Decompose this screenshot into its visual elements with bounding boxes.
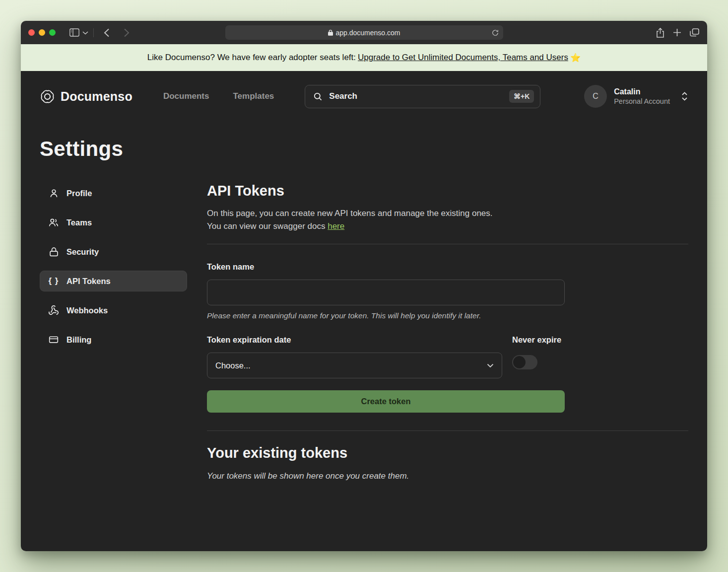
lock-icon xyxy=(328,29,333,36)
braces-icon: { } xyxy=(48,276,59,286)
settings-sidebar: Profile Teams Security { } API Token xyxy=(40,183,187,481)
token-name-input[interactable] xyxy=(207,280,565,305)
zoom-window-button[interactable] xyxy=(49,29,56,36)
search-input[interactable]: Search ⌘+K xyxy=(305,85,540,108)
section-title: API Tokens xyxy=(207,183,688,199)
share-icon[interactable] xyxy=(656,28,664,38)
account-menu[interactable]: C Catalin Personal Account xyxy=(584,85,688,108)
search-placeholder: Search xyxy=(329,91,503,101)
toggle-knob xyxy=(513,356,526,368)
divider xyxy=(207,430,688,431)
sidebar-item-billing[interactable]: Billing xyxy=(40,329,187,350)
back-button[interactable] xyxy=(104,28,110,37)
description-line1: On this page, you can create new API tok… xyxy=(207,209,493,218)
sidebar-item-label: API Tokens xyxy=(66,277,111,286)
chevron-down-icon[interactable] xyxy=(82,31,88,35)
upgrade-link[interactable]: Upgrade to Get Unlimited Documents, Team… xyxy=(358,53,568,63)
expiration-select[interactable]: Choose... xyxy=(207,353,502,378)
banner-text: Like Documenso? We have few early adopte… xyxy=(147,53,356,63)
token-name-label: Token name xyxy=(207,262,688,272)
api-tokens-panel: API Tokens On this page, you can create … xyxy=(207,183,688,481)
credit-card-icon xyxy=(48,335,59,345)
token-name-help: Please enter a meaningful name for your … xyxy=(207,311,688,320)
top-nav: Documents Templates xyxy=(163,91,274,101)
address-bar[interactable]: app.documenso.com xyxy=(225,25,503,40)
expiration-label: Token expiration date xyxy=(207,335,512,345)
existing-tokens-empty-text: Your tokens will be shown here once you … xyxy=(207,471,688,481)
account-name: Catalin xyxy=(614,87,670,97)
app-content: Documenso Documents Templates Search ⌘+K… xyxy=(21,71,707,551)
sidebar-item-label: Profile xyxy=(66,189,92,198)
reload-icon[interactable] xyxy=(492,29,499,36)
user-icon xyxy=(48,188,59,199)
never-expire-label: Never expire xyxy=(512,335,561,345)
avatar: C xyxy=(584,85,607,108)
new-tab-icon[interactable] xyxy=(673,28,681,37)
search-shortcut-badge: ⌘+K xyxy=(509,90,534,103)
browser-window: app.documenso.com Like Documenso? We hav… xyxy=(21,21,707,551)
app-header: Documenso Documents Templates Search ⌘+K… xyxy=(40,84,688,108)
sidebar-item-label: Webhooks xyxy=(66,306,108,315)
users-icon xyxy=(48,217,59,228)
upgrade-banner: Like Documenso? We have few early adopte… xyxy=(21,44,707,71)
section-description: On this page, you can create new API tok… xyxy=(207,207,688,233)
account-type: Personal Account xyxy=(614,97,670,106)
sidebar-item-label: Teams xyxy=(66,218,92,227)
sidebar-item-api-tokens[interactable]: { } API Tokens xyxy=(40,271,187,291)
tab-overview-icon[interactable] xyxy=(690,28,699,37)
brand[interactable]: Documenso xyxy=(40,89,132,104)
swagger-docs-link[interactable]: here xyxy=(328,221,344,231)
never-expire-toggle[interactable] xyxy=(512,355,537,369)
sidebar-item-profile[interactable]: Profile xyxy=(40,183,187,204)
brand-name: Documenso xyxy=(61,89,132,104)
star-icon: ⭐ xyxy=(570,53,581,63)
nav-documents[interactable]: Documents xyxy=(163,91,209,101)
traffic-lights xyxy=(28,29,56,36)
nav-templates[interactable]: Templates xyxy=(233,91,274,101)
address-url: app.documenso.com xyxy=(336,29,400,37)
documenso-logo-icon xyxy=(40,89,55,104)
chevron-down-icon xyxy=(487,363,494,368)
minimize-window-button[interactable] xyxy=(39,29,45,36)
forward-button[interactable] xyxy=(124,28,130,37)
expiration-value: Choose... xyxy=(215,361,251,370)
toolbar-divider xyxy=(93,28,94,37)
chevron-up-down-icon xyxy=(681,91,688,101)
description-line2: You can view our swagger docs xyxy=(207,221,328,231)
sidebar-item-label: Billing xyxy=(66,335,91,345)
sidebar-item-security[interactable]: Security xyxy=(40,241,187,263)
sidebar-item-webhooks[interactable]: Webhooks xyxy=(40,299,187,321)
sidebar-toggle-icon[interactable] xyxy=(69,28,79,37)
lock-icon xyxy=(48,247,59,257)
create-token-button[interactable]: Create token xyxy=(207,390,565,413)
webhook-icon xyxy=(48,305,59,316)
existing-tokens-title: Your existing tokens xyxy=(207,445,688,461)
page-title: Settings xyxy=(40,137,688,161)
browser-titlebar: app.documenso.com xyxy=(21,21,707,44)
sidebar-item-teams[interactable]: Teams xyxy=(40,212,187,233)
close-window-button[interactable] xyxy=(28,29,35,36)
sidebar-item-label: Security xyxy=(66,247,99,257)
divider xyxy=(207,244,688,244)
search-icon xyxy=(313,92,323,101)
